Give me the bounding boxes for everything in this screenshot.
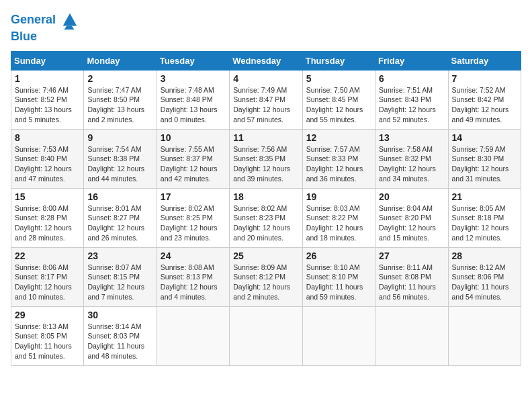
- calendar-cell: 20 Sunrise: 8:04 AM Sunset: 8:20 PM Dayl…: [375, 188, 448, 247]
- weekday-header-sunday: Sunday: [11, 51, 84, 70]
- day-detail: Sunrise: 8:11 AM Sunset: 8:08 PM Dayligh…: [379, 263, 444, 302]
- day-number: 11: [233, 132, 298, 143]
- day-number: 3: [161, 73, 226, 84]
- calendar-cell: 8 Sunrise: 7:53 AM Sunset: 8:40 PM Dayli…: [11, 129, 84, 188]
- day-number: 1: [15, 73, 80, 84]
- calendar-cell: [157, 306, 229, 365]
- calendar-cell: 22 Sunrise: 8:06 AM Sunset: 8:17 PM Dayl…: [11, 247, 84, 306]
- page-header: General Blue: [11, 11, 521, 44]
- calendar-cell: 30 Sunrise: 8:14 AM Sunset: 8:03 PM Dayl…: [84, 306, 157, 365]
- calendar-cell: 7 Sunrise: 7:52 AM Sunset: 8:42 PM Dayli…: [448, 70, 521, 129]
- day-detail: Sunrise: 8:03 AM Sunset: 8:22 PM Dayligh…: [306, 203, 371, 243]
- day-number: 30: [87, 310, 152, 320]
- day-detail: Sunrise: 7:57 AM Sunset: 8:33 PM Dayligh…: [306, 144, 371, 184]
- day-number: 27: [379, 250, 444, 261]
- day-detail: Sunrise: 8:01 AM Sunset: 8:27 PM Dayligh…: [87, 203, 152, 243]
- calendar-cell: 19 Sunrise: 8:03 AM Sunset: 8:22 PM Dayl…: [302, 188, 375, 247]
- day-detail: Sunrise: 8:04 AM Sunset: 8:20 PM Dayligh…: [379, 203, 444, 243]
- calendar-cell: 27 Sunrise: 8:11 AM Sunset: 8:08 PM Dayl…: [375, 247, 448, 306]
- day-number: 23: [87, 250, 152, 261]
- day-detail: Sunrise: 7:50 AM Sunset: 8:45 PM Dayligh…: [306, 85, 371, 125]
- logo-general: General: [11, 13, 56, 26]
- calendar-cell: 15 Sunrise: 8:00 AM Sunset: 8:28 PM Dayl…: [11, 188, 84, 247]
- day-number: 29: [15, 310, 80, 320]
- day-detail: Sunrise: 8:05 AM Sunset: 8:18 PM Dayligh…: [452, 203, 517, 243]
- day-detail: Sunrise: 7:55 AM Sunset: 8:37 PM Dayligh…: [161, 144, 226, 184]
- day-number: 21: [452, 191, 517, 202]
- calendar-cell: 13 Sunrise: 7:58 AM Sunset: 8:32 PM Dayl…: [375, 129, 448, 188]
- day-detail: Sunrise: 8:13 AM Sunset: 8:05 PM Dayligh…: [15, 322, 80, 361]
- calendar-cell: 26 Sunrise: 8:10 AM Sunset: 8:10 PM Dayl…: [302, 247, 375, 306]
- day-number: 19: [306, 191, 371, 202]
- day-number: 7: [452, 73, 517, 84]
- calendar-cell: 2 Sunrise: 7:47 AM Sunset: 8:50 PM Dayli…: [84, 70, 157, 129]
- logo: General Blue: [11, 11, 79, 44]
- day-detail: Sunrise: 8:08 AM Sunset: 8:13 PM Dayligh…: [161, 263, 226, 302]
- day-detail: Sunrise: 7:49 AM Sunset: 8:47 PM Dayligh…: [233, 85, 298, 125]
- day-detail: Sunrise: 8:07 AM Sunset: 8:15 PM Dayligh…: [87, 263, 152, 302]
- calendar-cell: 3 Sunrise: 7:48 AM Sunset: 8:48 PM Dayli…: [157, 70, 229, 129]
- day-detail: Sunrise: 8:00 AM Sunset: 8:28 PM Dayligh…: [15, 203, 80, 243]
- calendar-cell: 4 Sunrise: 7:49 AM Sunset: 8:47 PM Dayli…: [230, 70, 302, 129]
- day-number: 14: [452, 132, 517, 143]
- day-detail: Sunrise: 8:10 AM Sunset: 8:10 PM Dayligh…: [306, 263, 371, 302]
- calendar-cell: 24 Sunrise: 8:08 AM Sunset: 8:13 PM Dayl…: [157, 247, 229, 306]
- calendar-table: SundayMondayTuesdayWednesdayThursdayFrid…: [11, 51, 521, 366]
- day-number: 13: [379, 132, 444, 143]
- calendar-cell: 23 Sunrise: 8:07 AM Sunset: 8:15 PM Dayl…: [84, 247, 157, 306]
- day-detail: Sunrise: 7:52 AM Sunset: 8:42 PM Dayligh…: [452, 85, 517, 125]
- day-number: 8: [15, 132, 80, 143]
- day-number: 17: [161, 191, 226, 202]
- day-number: 6: [379, 73, 444, 84]
- calendar-header-row: SundayMondayTuesdayWednesdayThursdayFrid…: [11, 51, 521, 70]
- weekday-header-thursday: Thursday: [302, 51, 375, 70]
- day-number: 9: [87, 132, 152, 143]
- calendar-week-2: 8 Sunrise: 7:53 AM Sunset: 8:40 PM Dayli…: [11, 129, 521, 188]
- calendar-cell: 9 Sunrise: 7:54 AM Sunset: 8:38 PM Dayli…: [84, 129, 157, 188]
- day-number: 26: [306, 250, 371, 261]
- day-detail: Sunrise: 7:48 AM Sunset: 8:48 PM Dayligh…: [161, 85, 226, 125]
- day-detail: Sunrise: 8:12 AM Sunset: 8:06 PM Dayligh…: [452, 263, 517, 302]
- calendar-cell: 25 Sunrise: 8:09 AM Sunset: 8:12 PM Dayl…: [230, 247, 302, 306]
- calendar-cell: 12 Sunrise: 7:57 AM Sunset: 8:33 PM Dayl…: [302, 129, 375, 188]
- calendar-cell: 28 Sunrise: 8:12 AM Sunset: 8:06 PM Dayl…: [448, 247, 521, 306]
- weekday-header-monday: Monday: [84, 51, 157, 70]
- day-number: 28: [452, 250, 517, 261]
- day-detail: Sunrise: 7:51 AM Sunset: 8:43 PM Dayligh…: [379, 85, 444, 125]
- calendar-cell: 21 Sunrise: 8:05 AM Sunset: 8:18 PM Dayl…: [448, 188, 521, 247]
- calendar-cell: 29 Sunrise: 8:13 AM Sunset: 8:05 PM Dayl…: [11, 306, 84, 365]
- day-detail: Sunrise: 8:02 AM Sunset: 8:25 PM Dayligh…: [161, 203, 226, 243]
- logo-blue: Blue: [11, 30, 79, 44]
- day-detail: Sunrise: 7:47 AM Sunset: 8:50 PM Dayligh…: [87, 85, 152, 125]
- day-detail: Sunrise: 7:58 AM Sunset: 8:32 PM Dayligh…: [379, 144, 444, 184]
- weekday-header-tuesday: Tuesday: [157, 51, 229, 70]
- calendar-cell: [448, 306, 521, 365]
- calendar-cell: [302, 306, 375, 365]
- day-detail: Sunrise: 7:53 AM Sunset: 8:40 PM Dayligh…: [15, 144, 80, 184]
- day-number: 25: [233, 250, 298, 261]
- day-number: 16: [87, 191, 152, 202]
- calendar-cell: 6 Sunrise: 7:51 AM Sunset: 8:43 PM Dayli…: [375, 70, 448, 129]
- weekday-header-friday: Friday: [375, 51, 448, 70]
- day-detail: Sunrise: 7:46 AM Sunset: 8:52 PM Dayligh…: [15, 85, 80, 125]
- day-number: 5: [306, 73, 371, 84]
- calendar-cell: 17 Sunrise: 8:02 AM Sunset: 8:25 PM Dayl…: [157, 188, 229, 247]
- day-number: 2: [87, 73, 152, 84]
- calendar-cell: 16 Sunrise: 8:01 AM Sunset: 8:27 PM Dayl…: [84, 188, 157, 247]
- calendar-cell: 1 Sunrise: 7:46 AM Sunset: 8:52 PM Dayli…: [11, 70, 84, 129]
- day-number: 15: [15, 191, 80, 202]
- weekday-header-saturday: Saturday: [448, 51, 521, 70]
- calendar-cell: [230, 306, 302, 365]
- svg-marker-1: [64, 26, 75, 30]
- day-number: 22: [15, 250, 80, 261]
- day-number: 12: [306, 132, 371, 143]
- day-detail: Sunrise: 7:56 AM Sunset: 8:35 PM Dayligh…: [233, 144, 298, 184]
- day-number: 18: [233, 191, 298, 202]
- calendar-cell: 11 Sunrise: 7:56 AM Sunset: 8:35 PM Dayl…: [230, 129, 302, 188]
- weekday-header-wednesday: Wednesday: [230, 51, 302, 70]
- day-detail: Sunrise: 7:59 AM Sunset: 8:30 PM Dayligh…: [452, 144, 517, 184]
- calendar-cell: 5 Sunrise: 7:50 AM Sunset: 8:45 PM Dayli…: [302, 70, 375, 129]
- calendar-cell: [375, 306, 448, 365]
- calendar-cell: 10 Sunrise: 7:55 AM Sunset: 8:37 PM Dayl…: [157, 129, 229, 188]
- day-number: 24: [161, 250, 226, 261]
